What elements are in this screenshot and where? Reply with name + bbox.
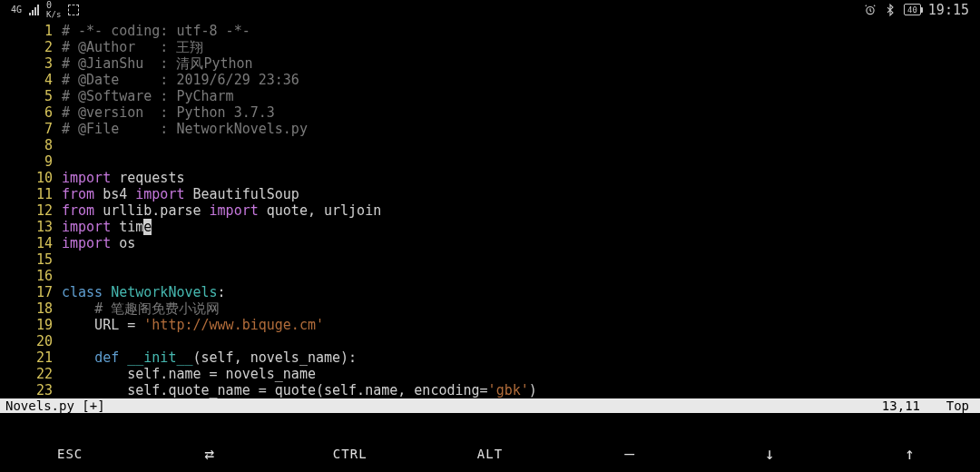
token: (self, novels_name): xyxy=(193,349,358,366)
token xyxy=(62,300,94,317)
code-content[interactable] xyxy=(62,251,980,268)
token: def xyxy=(94,349,119,366)
code-line[interactable]: 4# @Date : 2019/6/29 23:36 xyxy=(0,72,980,88)
token: from xyxy=(62,202,94,219)
code-line[interactable]: 17class NetworkNovels: xyxy=(0,284,980,300)
code-content[interactable]: from urllib.parse import quote, urljoin xyxy=(62,202,980,219)
arrow-up-key[interactable]: ↑ xyxy=(840,444,980,463)
code-line[interactable]: 18 # 笔趣阁免费小说网 xyxy=(0,300,980,317)
code-content[interactable]: import time xyxy=(62,219,980,235)
alarm-icon xyxy=(864,4,877,16)
line-number: 23 xyxy=(0,382,62,398)
code-line[interactable]: 15 xyxy=(0,251,980,268)
code-content[interactable]: import requests xyxy=(62,170,980,186)
clock-text: 19:15 xyxy=(928,2,969,18)
code-line[interactable]: 16 xyxy=(0,268,980,284)
token: __init__ xyxy=(127,349,192,366)
code-line[interactable]: 12from urllib.parse import quote, urljoi… xyxy=(0,202,980,219)
token: from xyxy=(62,186,94,202)
code-line[interactable]: 9 xyxy=(0,153,980,170)
token: import xyxy=(62,235,111,251)
code-content[interactable]: # @JianShu : 清风Python xyxy=(62,55,980,72)
code-content[interactable]: # 笔趣阁免费小说网 xyxy=(62,300,980,317)
network-gen-text: 4G xyxy=(11,5,22,15)
line-number: 5 xyxy=(0,88,62,104)
token: self.name = novels_name xyxy=(62,366,316,382)
code-content[interactable]: # @File : NetworkNovels.py xyxy=(62,121,980,137)
token: NetworkNovels xyxy=(111,284,217,300)
line-number: 7 xyxy=(0,121,62,137)
code-content[interactable] xyxy=(62,153,980,170)
code-content[interactable]: class NetworkNovels: xyxy=(62,284,980,300)
esc-key[interactable]: ESC xyxy=(0,447,140,461)
ctrl-key[interactable]: CTRL xyxy=(280,447,420,461)
vim-cursor-pos: 13,11 xyxy=(811,398,920,413)
line-number: 13 xyxy=(0,219,62,235)
token: # @Software : PyCharm xyxy=(62,88,234,104)
code-content[interactable]: # -*- coding: utf-8 -*- xyxy=(62,23,980,39)
token: # -*- coding: utf-8 -*- xyxy=(62,23,250,39)
code-editor[interactable]: 1# -*- coding: utf-8 -*-2# @Author : 王翔3… xyxy=(0,19,980,398)
code-line[interactable]: 2# @Author : 王翔 xyxy=(0,39,980,55)
code-content[interactable]: def __init__(self, novels_name): xyxy=(62,349,980,366)
code-line[interactable]: 1# -*- coding: utf-8 -*- xyxy=(0,23,980,39)
code-content[interactable]: # @Software : PyCharm xyxy=(62,88,980,104)
code-content[interactable]: self.name = novels_name xyxy=(62,366,980,382)
code-line[interactable]: 14import os xyxy=(0,235,980,251)
code-line[interactable]: 8 xyxy=(0,137,980,153)
code-content[interactable]: import os xyxy=(62,235,980,251)
code-line[interactable]: 5# @Software : PyCharm xyxy=(0,88,980,104)
gap xyxy=(0,413,980,436)
token: bs4 xyxy=(94,186,135,202)
line-number: 3 xyxy=(0,55,62,72)
token: self.quote_name = quote(self.name, encod… xyxy=(62,382,488,398)
token: e xyxy=(143,219,152,235)
code-content[interactable]: # @Author : 王翔 xyxy=(62,39,980,55)
code-content[interactable]: # @Date : 2019/6/29 23:36 xyxy=(62,72,980,88)
screen: 4G 0 K/s 40 19:15 1# -*- coding: utf-8 -… xyxy=(0,0,980,472)
token: tim xyxy=(111,219,143,235)
code-content[interactable]: self.quote_name = quote(self.name, encod… xyxy=(62,382,980,398)
code-line[interactable]: 10import requests xyxy=(0,170,980,186)
line-number: 19 xyxy=(0,317,62,333)
status-left-cluster: 4G 0 K/s xyxy=(11,1,79,19)
battery-icon: 40 xyxy=(904,4,921,15)
code-line[interactable]: 11from bs4 import BeautifulSoup xyxy=(0,186,980,202)
token xyxy=(119,349,127,366)
token: os xyxy=(111,235,135,251)
code-content[interactable] xyxy=(62,137,980,153)
code-line[interactable]: 3# @JianShu : 清风Python xyxy=(0,55,980,72)
code-content[interactable] xyxy=(62,268,980,284)
line-number: 1 xyxy=(0,23,62,39)
arrow-down-key[interactable]: ↓ xyxy=(700,444,839,463)
token: # @Author : 王翔 xyxy=(62,39,203,55)
code-content[interactable]: from bs4 import BeautifulSoup xyxy=(62,186,980,202)
code-content[interactable]: # @version : Python 3.7.3 xyxy=(62,104,980,121)
minus-key[interactable]: — xyxy=(560,444,700,463)
code-line[interactable]: 19 URL = 'http://www.biquge.cm' xyxy=(0,317,980,333)
line-number: 17 xyxy=(0,284,62,300)
token: URL = xyxy=(62,317,143,333)
code-content[interactable] xyxy=(62,333,980,349)
token: class xyxy=(62,284,103,300)
token xyxy=(62,349,94,366)
code-line[interactable]: 7# @File : NetworkNovels.py xyxy=(0,121,980,137)
vim-filename: Novels.py [+] xyxy=(5,398,811,413)
line-number: 6 xyxy=(0,104,62,121)
line-number: 2 xyxy=(0,39,62,55)
code-line[interactable]: 13import time xyxy=(0,219,980,235)
line-number: 8 xyxy=(0,137,62,153)
code-line[interactable]: 21 def __init__(self, novels_name): xyxy=(0,349,980,366)
speed-unit: K/s xyxy=(46,10,61,19)
code-content[interactable]: URL = 'http://www.biquge.cm' xyxy=(62,317,980,333)
token: import xyxy=(62,170,111,186)
code-line[interactable]: 6# @version : Python 3.7.3 xyxy=(0,104,980,121)
line-number: 9 xyxy=(0,153,62,170)
code-line[interactable]: 23 self.quote_name = quote(self.name, en… xyxy=(0,382,980,398)
swap-key[interactable]: ⇄ xyxy=(140,444,279,463)
token: import xyxy=(135,186,184,202)
alt-key[interactable]: ALT xyxy=(420,447,560,461)
code-line[interactable]: 20 xyxy=(0,333,980,349)
code-line[interactable]: 22 self.name = novels_name xyxy=(0,366,980,382)
token xyxy=(103,284,111,300)
